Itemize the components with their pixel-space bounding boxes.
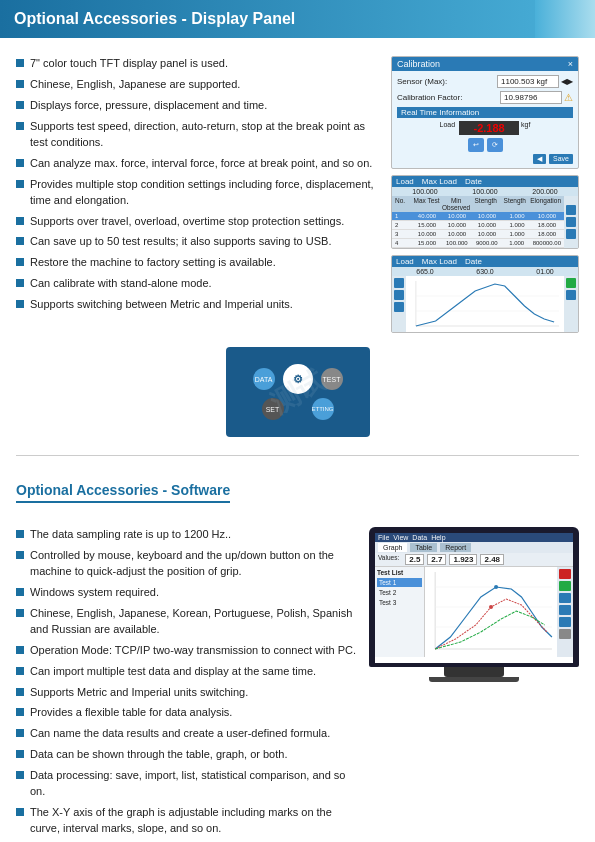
software-feature-text-9: Data can be shown through the table, gra… [30,747,287,763]
tbl-col3: Date [465,177,482,186]
software-feature-text-0: The data sampling rate is up to 1200 Hz.… [30,527,231,543]
display-feature-item-5: Provides multiple stop condition setting… [16,177,379,209]
bullet-8 [16,258,24,266]
tbl-title-bar: Load Max Load Date [392,176,578,187]
graph-right-btn-1[interactable] [566,278,576,288]
sw-tab-2[interactable]: Table [410,543,437,552]
cal-sensor-value: 1100.503 kgf [497,75,559,88]
software-feature-list: The data sampling rate is up to 1200 Hz.… [16,527,357,842]
software-feature-item-6: Supports Metric and Imperial units switc… [16,685,357,701]
tbl-side-btn-1[interactable] [566,205,576,215]
tbl-col-headers: No. Max Test Min Observed Stength Stengt… [392,196,564,212]
software-section-title: Optional Accessories - Software [16,482,230,503]
bullet-6 [16,217,24,225]
sw-list-item-2[interactable]: Test 2 [377,588,422,597]
software-feature-item-11: The X-Y axis of the graph is adjustable … [16,805,357,837]
software-feature-text-11: The X-Y axis of the graph is adjustable … [30,805,357,837]
software-feature-item-3: Chinese, English, Japanese, Korean, Port… [16,606,357,638]
cal-sensor-label: Sensor (Max): [397,77,447,86]
sw-screen-header: File View Data Help [375,533,573,542]
sw-bullet-11 [16,808,24,816]
software-feature-text-1: Controlled by mouse, keyboard and the up… [30,548,357,580]
monitor-screen: File View Data Help Graph Table Report V… [375,533,573,663]
sw-btn-2[interactable] [559,605,571,615]
sw-list-item-1[interactable]: Test 1 [377,578,422,587]
bullet-3 [16,122,24,130]
bullet-7 [16,237,24,245]
software-layout: The data sampling rate is up to 1200 Hz.… [16,527,579,842]
cal-title-bar: Calibration × [392,57,578,71]
graph-btn-1[interactable] [394,278,404,288]
calibration-screen: Calibration × Sensor (Max): 1100.503 kgf… [391,56,579,169]
sw-graph-svg [425,567,557,657]
graph-area [392,276,578,332]
svg-rect-5 [425,567,557,657]
sw-val-2: 2.7 [427,554,446,565]
display-panel-section: 7" color touch TFT display panel is used… [0,38,595,447]
sw-btn-run[interactable] [559,581,571,591]
tbl-col2: Max Load [422,177,457,186]
bullet-0 [16,59,24,67]
sw-list-item-3[interactable]: Test 3 [377,598,422,607]
cal-title: Calibration [397,59,440,69]
cal-btn-save[interactable]: Save [549,154,573,164]
tbl-side-btn-3[interactable] [566,229,576,239]
bullet-9 [16,279,24,287]
monitor-frame: File View Data Help Graph Table Report V… [369,527,579,667]
bullet-5 [16,180,24,188]
sw-menu-help: Help [431,534,445,541]
cal-display-value: -2.188 [459,121,519,135]
software-feature-item-8: Can name the data results and create a u… [16,726,357,742]
section-divider [16,455,579,456]
sw-val-1: 2.5 [405,554,424,565]
sw-btn-3[interactable] [559,617,571,627]
data-table-screen: Load Max Load Date 100.000 100.000 200.0… [391,175,579,249]
bullet-2 [16,101,24,109]
cal-realtime-title: Real Time Information [397,107,573,118]
monitor-wrap: File View Data Help Graph Table Report V… [369,527,579,682]
graph-btn-2[interactable] [394,290,404,300]
sw-tab-1[interactable]: Graph [378,543,407,552]
cal-btn-back[interactable]: ◀ [533,154,546,164]
graph-v1: 665.0 [416,268,434,275]
tbl-h2: Min Observed [442,197,470,211]
display-feature-item-6: Supports over travel, overload, overtime… [16,214,379,230]
sw-bullet-1 [16,551,24,559]
sw-right-btns [557,567,573,657]
sw-left-panel: Test List Test 1 Test 2 Test 3 [375,567,425,657]
sw-tab-3[interactable]: Report [440,543,471,552]
display-feature-text-6: Supports over travel, overload, overtime… [30,214,344,230]
graph-screen: Load Max Load Date 665.0 630.0 01.00 [391,255,579,333]
sw-btn-4[interactable] [559,629,571,639]
sw-graph-area [425,567,557,657]
cal-sensor-row: Sensor (Max): 1100.503 kgf ◀▶ [397,75,573,88]
graph-btn-3[interactable] [394,302,404,312]
sw-btn-stop[interactable] [559,569,571,579]
sw-menu-data: Data [412,534,427,541]
sw-val-4: 2.48 [480,554,504,565]
tbl-row-3: 310.00010.00010.0001.00018.000 [392,230,564,239]
sw-menu-view: View [393,534,408,541]
graph-right-btns [564,276,578,332]
tbl-h4: Stength [501,197,528,211]
graph-right-btn-2[interactable] [566,290,576,300]
tbl-h3: Stength [472,197,499,211]
sw-bullet-4 [16,646,24,654]
software-feature-text-5: Can import multiple test data and displa… [30,664,316,680]
software-feature-text-4: Operation Mode: TCP/IP two-way transmiss… [30,643,356,659]
cal-icon-1: ↩ [468,138,484,152]
tbl-h5: Elongation [530,197,561,211]
sw-values-row: Values: 2.5 2.7 1.923 2.48 [375,553,573,567]
monitor-base [429,677,519,682]
tbl-v1: 100.000 [412,188,437,195]
tbl-h1: Max Test [413,197,440,211]
software-feature-text-8: Can name the data results and create a u… [30,726,330,742]
sw-btn-1[interactable] [559,593,571,603]
tbl-side-btn-2[interactable] [566,217,576,227]
display-feature-item-4: Can analyze max. force, interval force, … [16,156,379,172]
display-layout: 7" color touch TFT display panel is used… [16,56,579,333]
display-feature-item-9: Can calibrate with stand-alone mode. [16,276,379,292]
software-feature-text-3: Chinese, English, Japanese, Korean, Port… [30,606,357,638]
software-feature-text-7: Provides a flexible table for data analy… [30,705,232,721]
tbl-row-2: 215.00010.00010.0001.00018.000 [392,221,564,230]
